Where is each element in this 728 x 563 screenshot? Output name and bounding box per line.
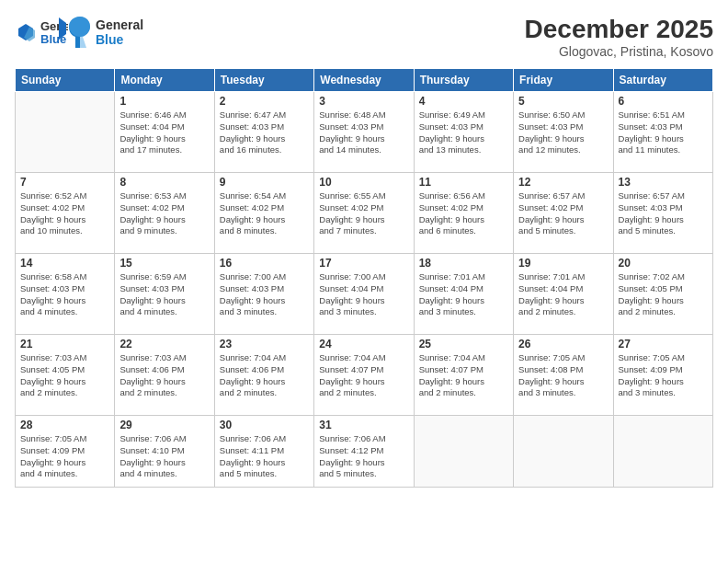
day-number: 1: [119, 95, 209, 108]
day-info: Sunrise: 7:04 AMSunset: 4:07 PMDaylight:…: [319, 352, 408, 399]
day-number: 9: [220, 176, 309, 189]
header-monday: Monday: [115, 69, 214, 92]
day-info: Sunrise: 7:04 AMSunset: 4:06 PMDaylight:…: [220, 352, 309, 399]
day-number: 17: [319, 257, 408, 270]
day-number: 10: [319, 176, 408, 189]
logo-bird: [68, 15, 92, 50]
calendar-cell: 14Sunrise: 6:58 AMSunset: 4:03 PMDayligh…: [16, 254, 115, 335]
day-info: Sunrise: 6:59 AMSunset: 4:03 PMDaylight:…: [119, 271, 209, 318]
day-info: Sunrise: 7:05 AMSunset: 4:08 PMDaylight:…: [518, 352, 608, 399]
header-friday: Friday: [514, 69, 613, 92]
day-number: 14: [20, 257, 109, 270]
calendar-cell: 15Sunrise: 6:59 AMSunset: 4:03 PMDayligh…: [115, 254, 214, 335]
header-sunday: Sunday: [16, 69, 115, 92]
day-info: Sunrise: 7:01 AMSunset: 4:04 PMDaylight:…: [419, 271, 508, 318]
month-title: December 2025: [525, 15, 713, 44]
calendar-cell: 6Sunrise: 6:51 AMSunset: 4:03 PMDaylight…: [613, 92, 712, 173]
calendar-cell: [514, 416, 613, 488]
day-number: 24: [319, 338, 408, 350]
header-thursday: Thursday: [414, 69, 513, 92]
calendar-cell: 4Sunrise: 6:49 AMSunset: 4:03 PMDaylight…: [414, 92, 513, 173]
day-info: Sunrise: 7:02 AMSunset: 4:05 PMDaylight:…: [619, 271, 708, 318]
day-number: 13: [619, 176, 708, 189]
page-header: General Blue General Blue December 2025 …: [15, 15, 713, 59]
calendar-cell: 27Sunrise: 7:05 AMSunset: 4:09 PMDayligh…: [613, 335, 712, 416]
calendar-cell: 7Sunrise: 6:52 AMSunset: 4:02 PMDaylight…: [16, 173, 115, 254]
calendar-cell: 31Sunrise: 7:06 AMSunset: 4:12 PMDayligh…: [314, 416, 414, 488]
calendar-cell: 12Sunrise: 6:57 AMSunset: 4:02 PMDayligh…: [514, 173, 613, 254]
day-info: Sunrise: 6:57 AMSunset: 4:02 PMDaylight:…: [518, 190, 608, 237]
logo-text: General Blue: [40, 17, 68, 47]
day-info: Sunrise: 7:03 AMSunset: 4:06 PMDaylight:…: [119, 352, 209, 399]
day-info: Sunrise: 6:57 AMSunset: 4:03 PMDaylight:…: [619, 190, 708, 237]
day-info: Sunrise: 7:00 AMSunset: 4:03 PMDaylight:…: [220, 271, 309, 318]
calendar-cell: 11Sunrise: 6:56 AMSunset: 4:02 PMDayligh…: [414, 173, 513, 254]
calendar-cell: 26Sunrise: 7:05 AMSunset: 4:08 PMDayligh…: [514, 335, 613, 416]
day-info: Sunrise: 7:06 AMSunset: 4:11 PMDaylight:…: [220, 433, 309, 480]
day-number: 27: [619, 338, 708, 350]
header-wednesday: Wednesday: [314, 69, 414, 92]
calendar-cell: [16, 92, 115, 173]
day-number: 18: [419, 257, 508, 270]
day-number: 6: [619, 95, 708, 108]
calendar-cell: 30Sunrise: 7:06 AMSunset: 4:11 PMDayligh…: [214, 416, 313, 488]
calendar-cell: 8Sunrise: 6:53 AMSunset: 4:02 PMDaylight…: [115, 173, 214, 254]
day-info: Sunrise: 7:01 AMSunset: 4:04 PMDaylight:…: [518, 271, 608, 318]
day-number: 29: [119, 419, 209, 431]
day-number: 20: [619, 257, 708, 270]
day-number: 21: [20, 338, 109, 350]
day-info: Sunrise: 6:51 AMSunset: 4:03 PMDaylight:…: [619, 109, 708, 156]
day-number: 5: [518, 95, 608, 108]
calendar-cell: 18Sunrise: 7:01 AMSunset: 4:04 PMDayligh…: [414, 254, 513, 335]
calendar-cell: 19Sunrise: 7:01 AMSunset: 4:04 PMDayligh…: [514, 254, 613, 335]
calendar-cell: 23Sunrise: 7:04 AMSunset: 4:06 PMDayligh…: [214, 335, 313, 416]
day-info: Sunrise: 6:54 AMSunset: 4:02 PMDaylight:…: [220, 190, 309, 237]
calendar-cell: 16Sunrise: 7:00 AMSunset: 4:03 PMDayligh…: [214, 254, 313, 335]
calendar-cell: [414, 416, 513, 488]
logo: General Blue General Blue: [15, 15, 143, 50]
day-info: Sunrise: 6:47 AMSunset: 4:03 PMDaylight:…: [220, 109, 309, 156]
day-number: 30: [220, 419, 309, 431]
calendar-cell: 1Sunrise: 6:46 AMSunset: 4:04 PMDaylight…: [115, 92, 214, 173]
location: Glogovac, Pristina, Kosovo: [525, 44, 713, 59]
day-number: 11: [419, 176, 508, 189]
day-info: Sunrise: 6:49 AMSunset: 4:03 PMDaylight:…: [419, 109, 508, 156]
calendar-cell: 20Sunrise: 7:02 AMSunset: 4:05 PMDayligh…: [613, 254, 712, 335]
day-number: 19: [518, 257, 608, 270]
day-number: 15: [119, 257, 209, 270]
logo-wordmark: General Blue: [68, 15, 143, 50]
day-number: 3: [319, 95, 408, 108]
calendar-cell: 9Sunrise: 6:54 AMSunset: 4:02 PMDaylight…: [214, 173, 313, 254]
day-number: 7: [20, 176, 109, 189]
day-info: Sunrise: 7:06 AMSunset: 4:10 PMDaylight:…: [119, 433, 209, 480]
day-info: Sunrise: 7:05 AMSunset: 4:09 PMDaylight:…: [619, 352, 708, 399]
day-info: Sunrise: 7:06 AMSunset: 4:12 PMDaylight:…: [319, 433, 408, 480]
calendar-cell: 3Sunrise: 6:48 AMSunset: 4:03 PMDaylight…: [314, 92, 414, 173]
day-number: 22: [119, 338, 209, 350]
day-number: 12: [518, 176, 608, 189]
day-number: 2: [220, 95, 309, 108]
header-saturday: Saturday: [613, 69, 712, 92]
day-number: 8: [119, 176, 209, 189]
logo-icon: [15, 21, 37, 43]
calendar-cell: 10Sunrise: 6:55 AMSunset: 4:02 PMDayligh…: [314, 173, 414, 254]
calendar-cell: [613, 416, 712, 488]
day-number: 28: [20, 419, 109, 431]
day-info: Sunrise: 6:56 AMSunset: 4:02 PMDaylight:…: [419, 190, 508, 237]
header-tuesday: Tuesday: [214, 69, 313, 92]
calendar-table: Sunday Monday Tuesday Wednesday Thursday…: [15, 68, 713, 488]
day-info: Sunrise: 7:04 AMSunset: 4:07 PMDaylight:…: [419, 352, 508, 399]
weekday-header-row: Sunday Monday Tuesday Wednesday Thursday…: [16, 69, 713, 92]
day-number: 16: [220, 257, 309, 270]
calendar-cell: 5Sunrise: 6:50 AMSunset: 4:03 PMDaylight…: [514, 92, 613, 173]
day-info: Sunrise: 6:58 AMSunset: 4:03 PMDaylight:…: [20, 271, 109, 318]
day-number: 25: [419, 338, 508, 350]
calendar-cell: 28Sunrise: 7:05 AMSunset: 4:09 PMDayligh…: [16, 416, 115, 488]
day-info: Sunrise: 6:52 AMSunset: 4:02 PMDaylight:…: [20, 190, 109, 237]
calendar-cell: 13Sunrise: 6:57 AMSunset: 4:03 PMDayligh…: [613, 173, 712, 254]
calendar-cell: 22Sunrise: 7:03 AMSunset: 4:06 PMDayligh…: [115, 335, 214, 416]
logo-graphic: General Blue: [40, 17, 68, 47]
day-info: Sunrise: 7:00 AMSunset: 4:04 PMDaylight:…: [319, 271, 408, 318]
calendar-cell: 25Sunrise: 7:04 AMSunset: 4:07 PMDayligh…: [414, 335, 513, 416]
day-info: Sunrise: 6:48 AMSunset: 4:03 PMDaylight:…: [319, 109, 408, 156]
